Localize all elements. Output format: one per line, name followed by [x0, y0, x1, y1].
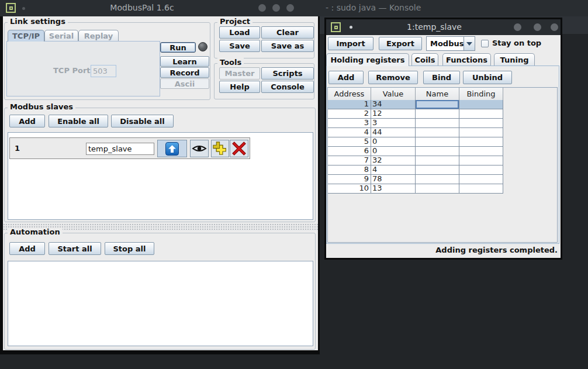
cell-address[interactable]: 4	[328, 128, 371, 137]
tab-coils[interactable]: Coils	[411, 53, 438, 65]
cell-value[interactable]: 32	[371, 156, 416, 165]
tab-replay[interactable]: Replay	[78, 30, 119, 41]
console-button[interactable]: Console	[261, 81, 314, 93]
add-register-button[interactable]: Add	[328, 71, 364, 84]
close-button[interactable]	[286, 4, 294, 12]
cell-value[interactable]: 3	[371, 119, 416, 127]
konsole-titlebar[interactable]: - : sudo java — Konsole	[320, 0, 588, 16]
table-row[interactable]: 1 34	[328, 100, 503, 109]
cell-binding[interactable]	[459, 109, 503, 118]
slave-delete-button[interactable]	[230, 140, 248, 157]
cell-binding[interactable]	[459, 128, 503, 137]
cell-name[interactable]	[416, 119, 459, 127]
table-row[interactable]: 4 44	[328, 128, 503, 137]
import-button[interactable]: Import	[328, 37, 373, 50]
col-name[interactable]: Name	[416, 88, 459, 100]
col-value[interactable]: Value	[371, 88, 416, 100]
cell-address[interactable]: 8	[328, 165, 371, 174]
col-binding[interactable]: Binding	[459, 88, 503, 100]
cell-name[interactable]	[416, 165, 459, 174]
tab-functions[interactable]: Functions	[442, 53, 491, 65]
cell-address[interactable]: 10	[328, 184, 371, 193]
cell-address[interactable]: 9	[328, 175, 371, 184]
cell-value[interactable]: 12	[371, 109, 416, 118]
export-button[interactable]: Export	[379, 37, 422, 50]
table-row[interactable]: 6 0	[328, 147, 503, 156]
cell-binding[interactable]	[459, 175, 503, 184]
slave-add-automation-button[interactable]	[211, 140, 229, 157]
stop-all-button[interactable]: Stop all	[105, 242, 154, 255]
cell-binding[interactable]	[459, 119, 503, 127]
table-row[interactable]: 5 0	[328, 137, 503, 147]
cell-value[interactable]: 0	[371, 147, 416, 156]
cell-value[interactable]: 44	[371, 128, 416, 137]
cell-binding[interactable]	[459, 156, 503, 165]
learn-button[interactable]: Learn	[160, 56, 209, 67]
minimize-button[interactable]	[258, 4, 266, 12]
cell-value[interactable]: 4	[371, 165, 416, 174]
cell-name[interactable]	[416, 100, 459, 109]
load-button[interactable]: Load	[219, 26, 260, 39]
cell-name[interactable]	[416, 128, 459, 137]
cell-address[interactable]: 2	[328, 109, 371, 118]
unbind-button[interactable]: Unbind	[463, 71, 512, 84]
cell-binding[interactable]	[459, 165, 503, 174]
cell-address[interactable]: 7	[328, 156, 371, 165]
cell-value[interactable]: 0	[371, 137, 416, 146]
cell-name[interactable]	[416, 109, 459, 118]
slave-maximize-button[interactable]	[534, 23, 541, 31]
enable-all-button[interactable]: Enable all	[49, 115, 108, 127]
record-button[interactable]: Record	[160, 67, 209, 78]
add-slave-button[interactable]: Add	[9, 115, 45, 127]
help-button[interactable]: Help	[219, 81, 260, 93]
slave-view-button[interactable]	[190, 140, 209, 157]
cell-value[interactable]: 78	[371, 175, 416, 184]
stay-on-top-checkbox[interactable]	[481, 40, 489, 47]
save-as-button[interactable]: Save as	[261, 40, 314, 52]
cell-value[interactable]: 34	[371, 100, 416, 109]
disable-all-button[interactable]: Disable all	[111, 115, 174, 127]
bind-button[interactable]: Bind	[423, 71, 460, 84]
tab-tuning[interactable]: Tuning	[494, 53, 535, 65]
scripts-button[interactable]: Scripts	[261, 67, 314, 80]
cell-address[interactable]: 1	[328, 100, 371, 109]
cell-name[interactable]	[416, 156, 459, 165]
protocol-combobox[interactable]: Modbus	[426, 36, 475, 51]
slave-titlebar[interactable]: 1:temp_slave	[326, 19, 561, 35]
cell-binding[interactable]	[459, 184, 503, 193]
col-address[interactable]: Address	[328, 88, 371, 100]
table-row[interactable]: 7 32	[328, 156, 503, 165]
cell-binding[interactable]	[459, 147, 503, 156]
combo-arrow-button[interactable]	[464, 37, 475, 50]
table-row[interactable]: 3 3	[328, 119, 503, 128]
save-button[interactable]: Save	[219, 40, 260, 52]
tab-serial[interactable]: Serial	[44, 30, 78, 41]
tcp-port-input[interactable]	[91, 65, 116, 77]
slave-row[interactable]: 1	[9, 137, 250, 159]
cell-value[interactable]: 13	[371, 184, 416, 193]
cell-name[interactable]	[416, 184, 459, 193]
remove-register-button[interactable]: Remove	[368, 71, 418, 84]
register-table-viewport[interactable]: Address Value Name Binding 1 34 2 12	[327, 87, 558, 243]
cell-name[interactable]	[416, 137, 459, 146]
cell-address[interactable]: 5	[328, 137, 371, 146]
tab-holding-registers[interactable]: Holding registers	[326, 53, 409, 66]
slave-close-button[interactable]	[551, 23, 558, 31]
cell-binding[interactable]	[459, 137, 503, 146]
main-titlebar[interactable]: ModbusPal 1.6c	[0, 0, 320, 16]
cell-address[interactable]: 6	[328, 147, 371, 156]
run-button[interactable]: Run	[160, 42, 196, 53]
start-all-button[interactable]: Start all	[49, 242, 101, 255]
table-row[interactable]: 10 13	[328, 184, 503, 194]
slave-name-input[interactable]	[86, 143, 154, 155]
cell-address[interactable]: 3	[328, 119, 371, 127]
cell-binding[interactable]	[459, 100, 503, 109]
table-row[interactable]: 9 78	[328, 175, 503, 184]
tab-tcpip[interactable]: TCP/IP	[8, 30, 44, 42]
table-row[interactable]: 8 4	[328, 165, 503, 175]
table-row[interactable]: 2 12	[328, 109, 503, 119]
add-automation-button[interactable]: Add	[9, 242, 45, 255]
slave-enabled-toggle[interactable]	[157, 140, 187, 157]
slave-minimize-button[interactable]	[514, 23, 521, 31]
clear-button[interactable]: Clear	[261, 26, 314, 39]
